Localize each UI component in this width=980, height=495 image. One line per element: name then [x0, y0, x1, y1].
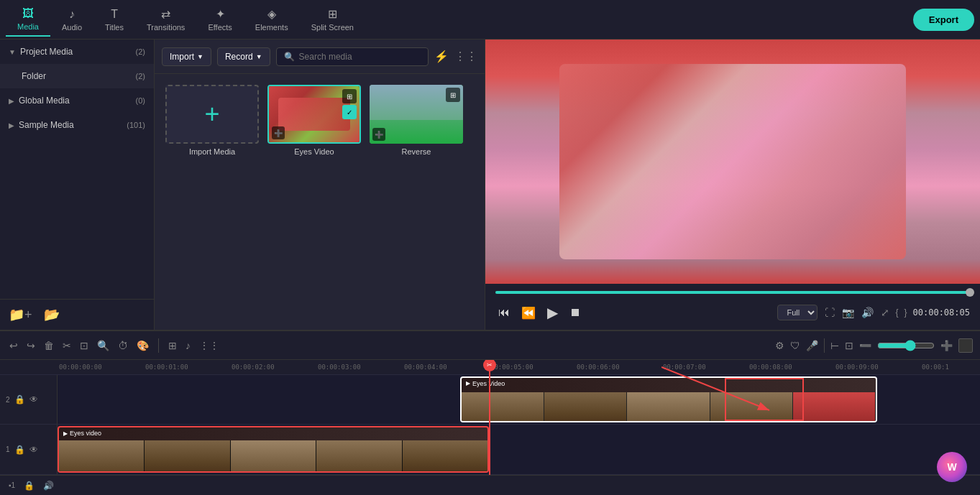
eyes-video-item[interactable]: ⊞ ✓ ➕ Eyes Video — [267, 85, 361, 156]
audio-icon: ♪ — [69, 8, 75, 21]
main-clip[interactable]: ▶ Eyes video — [58, 426, 489, 473]
track-1-eye-icon[interactable]: 👁 — [29, 445, 38, 455]
track-2-content: ▶ Eyes Video — [58, 375, 980, 425]
clip-highlight-box — [725, 378, 804, 422]
expand-icon[interactable]: ⤢ — [881, 307, 889, 318]
import-media-item[interactable]: + Import Media — [165, 85, 259, 156]
grid-view-icon[interactable]: ⋮⋮ — [454, 50, 477, 63]
audio-icon-tl[interactable]: ♪ — [183, 338, 193, 353]
track-1-number: 1 — [6, 445, 10, 453]
split-icon[interactable]: ⊢ — [830, 340, 839, 351]
undo-icon[interactable]: ↩ — [7, 338, 20, 353]
import-media-label: Import Media — [189, 147, 235, 156]
nav-audio[interactable]: ♪ Audio — [50, 4, 93, 36]
add-folder-icon[interactable]: 📁+ — [9, 307, 32, 323]
redo-icon[interactable]: ↪ — [24, 338, 37, 353]
timeline-status-bar: ▪1 🔒 🔊 — [0, 475, 980, 495]
color-icon[interactable]: 🎨 — [134, 338, 151, 353]
thumb-overlay-icons: ⊞ ✓ — [342, 89, 357, 119]
clip2-play-icon: ▶ — [466, 380, 470, 387]
media-content: + Import Media ⊞ ✓ ➕ — [155, 74, 485, 330]
nav-splitscreen[interactable]: ⊞ Split Screen — [300, 3, 365, 36]
settings-icon[interactable]: ⚙ — [775, 340, 784, 351]
nav-titles[interactable]: T Titles — [93, 4, 135, 36]
record-button[interactable]: Record ▼ — [217, 47, 270, 66]
add-to-timeline-icon: ➕ — [272, 126, 285, 139]
quality-select[interactable]: Full1/21/4 — [777, 305, 818, 320]
search-input[interactable] — [299, 52, 421, 62]
reverse-thumb-icon: ⊞ — [446, 88, 460, 102]
time-brackets-start: { — [895, 307, 898, 318]
fullscreen-icon[interactable]: ⛶ — [825, 307, 835, 318]
timeline-section: ↩ ↪ 🗑 ✂ ⊡ 🔍 ⏱ 🎨 ⊞ ♪ ⋮⋮ ⚙ 🛡 🎤 ⊢ ⊡ ➖ ➕ — [0, 330, 980, 495]
status-track-count: ▪1 — [9, 481, 15, 489]
zoom-in-tl-icon[interactable]: ➕ — [940, 340, 953, 351]
fit-icon[interactable]: ⊞ — [166, 338, 179, 353]
equalizer-icon[interactable]: ⋮⋮ — [197, 338, 221, 353]
delete-icon[interactable]: 🗑 — [42, 338, 56, 353]
shield-icon[interactable]: 🛡 — [790, 340, 800, 351]
zoom-slider[interactable] — [877, 340, 935, 351]
clip1-label: Eyes video — [70, 430, 101, 437]
stop-button[interactable]: ⏹ — [567, 303, 584, 322]
zoom-in-icon[interactable]: 🔍 — [95, 338, 111, 353]
ruler-mark-7: 00:00:07:00 — [663, 364, 749, 371]
tl-sep1 — [158, 338, 159, 353]
track-row-2: 2 🔒 👁 ▶ Eyes Video — [0, 375, 980, 425]
nav-transitions[interactable]: ⇄ Transitions — [135, 3, 196, 36]
second-clip[interactable]: ▶ Eyes Video — [460, 376, 877, 423]
media-icon: 🖼 — [22, 7, 34, 20]
skip-back-button[interactable]: ⏮ — [495, 303, 513, 322]
export-button[interactable]: Export — [913, 9, 974, 31]
clip1-play-icon: ▶ — [63, 430, 68, 437]
reverse-label: Reverse — [402, 147, 431, 156]
volume-icon[interactable]: 🔊 — [861, 307, 874, 318]
import-dropdown-icon: ▼ — [197, 53, 203, 60]
collapse-arrow2-icon: ▶ — [9, 121, 14, 129]
track-2-lock-icon[interactable]: 🔒 — [14, 394, 25, 404]
progress-fill — [495, 291, 970, 294]
track-1-content: ▶ Eyes video — [58, 425, 980, 474]
track-2-eye-icon[interactable]: 👁 — [29, 394, 38, 404]
global-media-count: (0) — [136, 96, 145, 105]
left-sidebar: ▼ Project Media (2) Folder (2) ▶ Global … — [0, 40, 155, 330]
sidebar-item-global-media[interactable]: ▶ Global Media (0) — [0, 88, 154, 113]
reverse-add-icon: ➕ — [372, 128, 385, 141]
status-audio-icon[interactable]: 🔊 — [43, 481, 54, 491]
time-display: 00:00:08:05 — [913, 307, 970, 318]
step-back-button[interactable]: ⏪ — [518, 303, 539, 323]
mic-icon[interactable]: 🎤 — [806, 340, 818, 351]
screenshot-icon[interactable]: 📷 — [842, 307, 854, 318]
import-button[interactable]: Import ▼ — [162, 47, 211, 66]
sidebar-item-folder[interactable]: Folder (2) — [0, 64, 154, 88]
eyes-video-label: Eyes Video — [294, 147, 334, 156]
nav-effects[interactable]: ✦ Effects — [196, 3, 243, 36]
speed-icon[interactable]: ⏱ — [116, 338, 130, 353]
play-button[interactable]: ▶ — [544, 301, 561, 324]
timeline-ruler: 00:00:00:00 00:00:01:00 00:00:02:00 00:0… — [0, 360, 980, 375]
sidebar-item-project-media[interactable]: ▼ Project Media (2) — [0, 40, 154, 64]
caption-icon[interactable]: ⊡ — [845, 340, 853, 351]
ruler-mark-6: 00:00:06:00 — [577, 364, 663, 371]
zoom-out-tl-icon[interactable]: ➖ — [859, 340, 871, 351]
ruler-mark-4: 00:00:04:00 — [404, 364, 490, 371]
ruler-mark-8: 00:00:08:00 — [749, 364, 835, 371]
track-1-lock-icon[interactable]: 🔒 — [14, 445, 25, 455]
track-row-1: 1 🔒 👁 ▶ Eyes video — [0, 425, 980, 475]
search-icon: 🔍 — [284, 52, 295, 62]
status-lock-icon[interactable]: 🔒 — [24, 481, 35, 491]
nav-media[interactable]: 🖼 Media — [6, 3, 50, 37]
sidebar-item-sample-media[interactable]: ▶ Sample Media (101) — [0, 113, 154, 137]
cut-icon[interactable]: ✂ — [60, 338, 73, 353]
splitscreen-icon: ⊞ — [328, 7, 337, 21]
color-swatch — [958, 338, 973, 353]
crop-icon[interactable]: ⊡ — [78, 338, 91, 353]
ruler-mark-2: 00:00:02:00 — [232, 364, 318, 371]
import-plus-icon: + — [204, 99, 219, 129]
import-file-icon[interactable]: 📂 — [44, 307, 60, 323]
reverse-video-item[interactable]: ⊞ ➕ Reverse — [370, 85, 463, 156]
nav-elements[interactable]: ◈ Elements — [244, 3, 300, 36]
progress-bar[interactable] — [495, 291, 970, 294]
filter-icon[interactable]: ⚡ — [434, 50, 449, 63]
clip2-label: Eyes Video — [472, 380, 505, 387]
